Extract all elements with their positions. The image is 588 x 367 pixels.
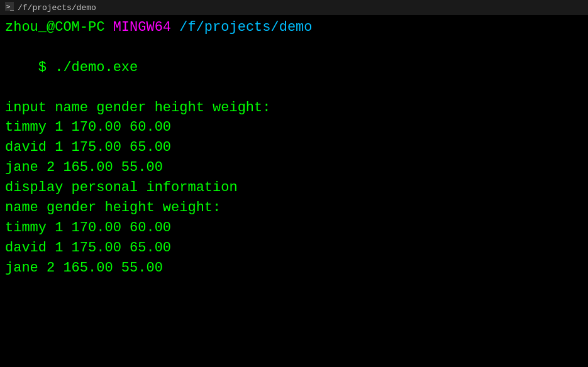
dollar-sign: $ [38,60,47,75]
path-label: /f/projects/demo [179,18,312,38]
terminal-icon: >_ [5,2,14,13]
svg-text:>_: >_ [6,3,14,11]
output-line-3: jane 2 165.00 55.00 [5,158,583,178]
titlebar-text: /f/projects/demo [18,3,96,13]
output-line-2: david 1 175.00 65.00 [5,138,583,158]
hostname: COM-PC [55,18,104,38]
output-line-7: david 1 175.00 65.00 [5,238,583,258]
output-line-1: timmy 1 170.00 60.00 [5,118,583,138]
at-symbol: @ [47,18,55,38]
output-line-0: input name gender height weight: [5,98,583,118]
output-line-4: display personal information [5,178,583,198]
output-line-8: jane 2 165.00 55.00 [5,258,583,278]
command-line: $ ./demo.exe [5,38,583,98]
username: zhou_ [5,18,47,38]
output-lines: input name gender height weight:timmy 1 … [5,98,583,278]
mingw-label: MINGW64 [113,18,171,38]
command-text: ./demo.exe [47,60,138,75]
space2 [171,18,179,38]
output-line-5: name gender height weight: [5,198,583,218]
titlebar: >_ /f/projects/demo [0,0,588,15]
terminal-body[interactable]: zhou_@COM-PC MINGW64 /f/projects/demo $ … [0,15,588,281]
prompt-line: zhou_@COM-PC MINGW64 /f/projects/demo [5,18,583,38]
output-line-6: timmy 1 170.00 60.00 [5,218,583,238]
space1 [104,18,113,38]
